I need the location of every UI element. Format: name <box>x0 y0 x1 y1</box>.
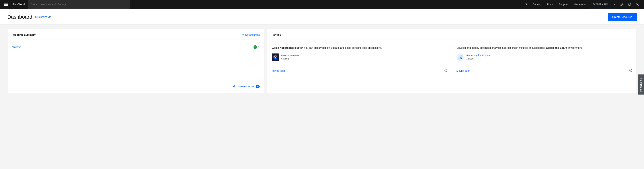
brand-name: IBM Cloud <box>10 3 28 6</box>
page-header: Dashboard Customize Create resource <box>0 9 644 25</box>
view-resources-link[interactable]: View resources <box>242 33 260 36</box>
kubernetes-description: With a Kubernetes cluster, you can quick… <box>272 46 448 50</box>
analytics-item: Develop and deploy advanced analytics ap… <box>452 43 632 62</box>
analytics-service-row: Use Analytics Engine Catalog <box>456 54 628 61</box>
svg-rect-1 <box>4 4 8 5</box>
hamburger-menu[interactable] <box>3 1 10 8</box>
customize-link[interactable]: Customize <box>35 16 51 19</box>
catalog-link[interactable]: Catalog <box>530 0 544 9</box>
add-circle-icon: + <box>256 85 260 88</box>
cluster-row: Clusters ✓ 1 <box>12 43 260 51</box>
analytics-service-info: Use Analytics Engine Catalog <box>466 54 490 60</box>
svg-point-17 <box>460 57 461 58</box>
edit-icon[interactable] <box>618 0 626 9</box>
manage-link[interactable]: Manage <box>570 0 589 9</box>
resource-summary-card: Resource summary View resources Clusters… <box>7 29 264 93</box>
analytics-catalog-label: Catalog <box>466 58 474 60</box>
svg-point-20 <box>446 70 446 70</box>
kubernetes-service-row: Use Kubernetes Catalog <box>272 54 448 61</box>
kubernetes-catalog-label: Catalog <box>281 58 289 60</box>
clusters-link[interactable]: Clusters <box>12 46 21 49</box>
analytics-icon <box>456 54 464 61</box>
search-input[interactable] <box>28 0 130 9</box>
search-icon[interactable] <box>522 3 530 6</box>
feedback-tab[interactable]: FEEDBACK <box>638 74 644 95</box>
support-link[interactable]: Support <box>556 0 570 9</box>
use-analytics-link[interactable]: Use Analytics Engine <box>466 54 490 57</box>
info-icon-analytics[interactable] <box>629 69 632 72</box>
header-left: Dashboard Customize <box>7 14 51 20</box>
for-you-title: For you <box>272 33 632 39</box>
maybe-later-analytics-link[interactable]: Maybe later <box>456 69 470 72</box>
resource-summary-header: Resource summary View resources <box>12 33 260 39</box>
maybe-later-row: Maybe later Maybe later <box>272 66 632 72</box>
account-selector[interactable]: 1840867 - IBM <box>589 0 618 9</box>
add-more-resources-link[interactable]: Add more resources + <box>12 80 260 88</box>
user-profile-icon[interactable] <box>634 0 641 9</box>
for-you-card: For you With a Kubernetes cluster, you c… <box>267 29 637 93</box>
svg-rect-0 <box>4 3 8 4</box>
resource-summary-title: Resource summary <box>12 33 36 36</box>
main-content: Resource summary View resources Clusters… <box>0 25 644 97</box>
svg-point-5 <box>636 3 638 5</box>
nav-links: Catalog Docs Support Manage <box>530 0 589 9</box>
check-icon: ✓ <box>254 45 257 49</box>
svg-line-4 <box>526 5 527 6</box>
maybe-later-kubernetes: Maybe later <box>272 69 452 72</box>
svg-rect-2 <box>4 5 8 6</box>
create-resource-button[interactable]: Create resource <box>608 13 637 21</box>
notification-icon[interactable] <box>626 0 634 9</box>
kubernetes-item: With a Kubernetes cluster, you can quick… <box>272 43 452 62</box>
use-kubernetes-link[interactable]: Use Kubernetes <box>281 54 300 57</box>
maybe-later-analytics: Maybe later <box>452 69 632 72</box>
info-icon-kubernetes[interactable] <box>444 69 447 72</box>
docs-link[interactable]: Docs <box>544 0 556 9</box>
for-you-grid: With a Kubernetes cluster, you can quick… <box>272 43 632 62</box>
svg-point-9 <box>275 57 276 58</box>
svg-point-23 <box>630 70 631 70</box>
kubernetes-service-info: Use Kubernetes Catalog <box>281 54 300 60</box>
page-title: Dashboard <box>7 14 32 20</box>
kubernetes-icon <box>272 54 279 61</box>
maybe-later-kubernetes-link[interactable]: Maybe later <box>272 69 285 72</box>
cluster-count: ✓ 1 <box>254 45 260 49</box>
analytics-description: Develop and deploy advanced analytics ap… <box>456 46 628 50</box>
top-navigation: IBM Cloud Catalog Docs Support Manage 18… <box>0 0 644 9</box>
